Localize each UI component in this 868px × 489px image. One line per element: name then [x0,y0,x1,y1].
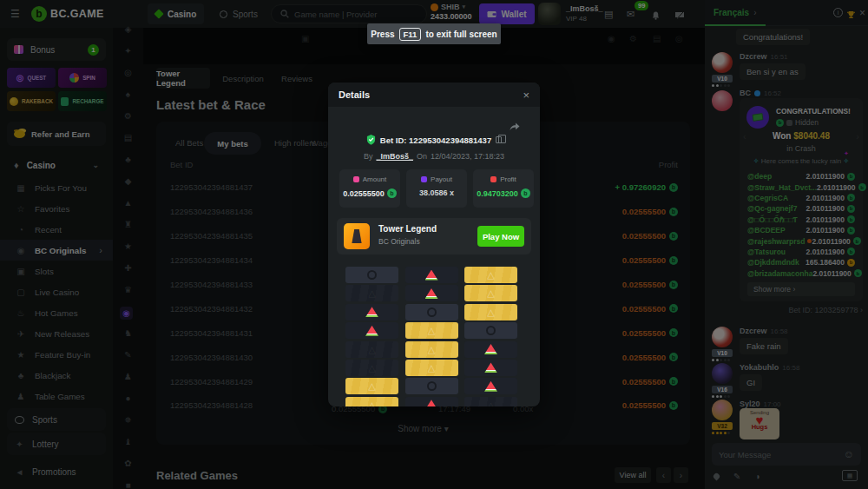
watermelon-icon [425,400,438,406]
stat-amount: Amount 0.02555500b [339,169,400,208]
watermelon-icon [425,270,438,281]
game-card: Tower Legend BC Originals Play Now [337,218,531,254]
triangle-outline-icon: △ [368,363,375,373]
tower-cell-melon [405,397,458,406]
triangle-outline-icon: △ [487,400,494,406]
tower-cell-melon [464,378,517,394]
circle-marker-icon [427,307,437,317]
tower-cell-dim: △ [345,341,398,358]
close-icon[interactable]: × [523,89,529,102]
watermelon-icon [484,344,497,354]
amount-icon [353,176,359,182]
share-icon[interactable] [509,119,521,135]
play-now-button[interactable]: Play Now [477,226,524,247]
fullscreen-tooltip: Press F11 to exit full screen [367,23,501,44]
tower-cell-gold: △ [405,360,458,376]
coin-icon: b [521,188,530,198]
triangle-outline-icon: △ [368,345,375,354]
tower-cell-melon [405,285,458,301]
tower-cell-circle [345,267,398,283]
player-link[interactable]: _ImBosš_ [376,152,413,161]
triangle-outline-icon: △ [428,326,435,335]
triangle-outline-icon: △ [428,345,435,354]
tower-cell-melon [464,341,517,358]
copy-icon[interactable] [496,136,502,143]
triangle-outline-icon: △ [428,363,435,373]
tower-cell-circle [464,322,517,339]
stat-payout: Payout 38.0586 x [406,169,467,208]
bet-id-row: Bet ID: 122953042394881437 [328,135,540,145]
watermelon-icon [425,288,438,299]
shield-check-icon [366,135,376,145]
game-title: Tower Legend [378,224,437,234]
payout-icon [421,176,427,182]
bet-details-modal: Details × Bet ID: 122953042394881437 By … [328,83,540,406]
tower-cell-melon [464,360,517,376]
bet-stats: Amount 0.02555500b Payout 38.0586 x Prof… [339,169,534,208]
tower-result-grid: △△△△△△△△△△△△ [345,267,517,406]
profit-icon [490,176,496,182]
triangle-outline-icon: △ [368,400,375,406]
bet-datetime: 12/04/2023, 17:18:23 [431,152,504,161]
bc-game-app: ☰ b BC.GAME Casino Sports SHIB▾ 2433.000… [0,0,868,489]
watermelon-icon [484,362,497,373]
tower-cell-melon [345,322,398,339]
triangle-outline-icon: △ [487,270,494,280]
tower-cell-dim: △ [345,360,398,376]
tower-cell-gold: △ [345,397,398,406]
tower-cell-gold: △ [464,285,517,301]
circle-marker-icon [427,381,437,391]
watermelon-icon [365,307,378,317]
tower-cell-melon [405,267,458,283]
triangle-outline-icon: △ [368,288,375,298]
bet-meta-row: By _ImBosš_ On 12/04/2023, 17:18:23 [328,152,540,161]
tower-legend-thumbnail[interactable] [344,223,370,249]
bet-id-value: 122953042394881437 [409,135,491,145]
tower-cell-circle [405,304,458,320]
tower-cell-gold: △ [464,267,517,283]
tower-cell-dim: △ [464,397,517,406]
circle-marker-icon [367,270,377,280]
tower-cell-gold: △ [464,304,517,320]
coin-icon: b [387,188,397,198]
game-category[interactable]: BC Originals [378,237,420,246]
tower-cell-melon [345,304,398,320]
stat-profit: Profit 0.94703200b [473,169,534,208]
triangle-outline-icon: △ [368,381,375,391]
tower-cell-gold: △ [345,378,398,394]
tower-cell-circle [405,378,458,394]
modal-header: Details × [328,83,540,107]
watermelon-icon [484,381,497,392]
tower-cell-dim: △ [345,285,398,301]
triangle-outline-icon: △ [487,307,494,317]
f11-keycap: F11 [399,28,422,41]
circle-marker-icon [486,326,496,335]
modal-title: Details [339,89,370,100]
triangle-outline-icon: △ [487,288,494,298]
watermelon-icon [365,326,378,336]
tower-cell-gold: △ [405,341,458,358]
tower-cell-gold: △ [405,322,458,339]
